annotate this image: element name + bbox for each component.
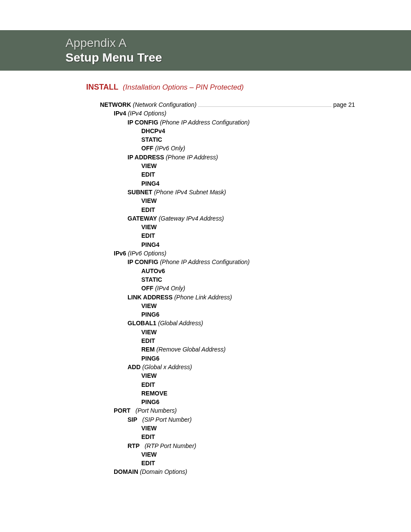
domain-desc: (Domain Options) — [140, 468, 187, 475]
ipv4-view3: VIEW — [100, 223, 355, 231]
port-desc: (Port Numbers) — [136, 407, 177, 414]
ipv6-rem: REM (Remove Global Address) — [100, 345, 355, 354]
ipv6-remove: REMOVE — [100, 389, 355, 398]
ipv6-ping6-1: PING6 — [100, 310, 355, 319]
port-edit2: EDIT — [100, 459, 355, 467]
leader-dots — [198, 106, 331, 107]
ipv4-row: IPv4 (IPv4 Options) — [100, 109, 355, 118]
ipv4-ping4-1: PING4 — [100, 179, 355, 188]
port-view1: VIEW — [100, 424, 355, 432]
port-view2: VIEW — [100, 450, 355, 459]
ipv4-edit3: EDIT — [100, 231, 355, 240]
ipv6-ping6-2: PING6 — [100, 354, 355, 363]
content-area: INSTALL (Installation Options – PIN Prot… — [0, 71, 411, 476]
ipv6-row: IPv6 (IPv6 Options) — [100, 249, 355, 258]
network-page-ref: page 21 — [333, 100, 355, 109]
ipv6-add: ADD (Global x Address) — [100, 363, 355, 371]
install-desc: (Installation Options – PIN Protected) — [123, 83, 244, 91]
ipv6-autov6: AUTOv6 — [100, 267, 355, 275]
ipv6-view2: VIEW — [100, 328, 355, 336]
ipv6-view1: VIEW — [100, 302, 355, 310]
ipv4-edit1: EDIT — [100, 170, 355, 179]
ipv6-edit2: EDIT — [100, 336, 355, 345]
ipv6-ping6-3: PING6 — [100, 398, 355, 406]
ipv4-static: STATIC — [100, 135, 355, 144]
banner-title: Setup Menu Tree — [65, 51, 411, 65]
network-desc: (Network Configuration) — [133, 101, 196, 108]
ipv6-label: IPv6 — [114, 250, 126, 257]
ipv6-ipconfig: IP CONFIG (Phone IP Address Configuratio… — [100, 258, 355, 266]
ipv4-view2: VIEW — [100, 196, 355, 205]
ipv6-desc: (IPv6 Options) — [128, 250, 166, 257]
domain-row: DOMAIN (Domain Options) — [100, 467, 355, 476]
ipv4-desc: (IPv4 Options) — [128, 110, 166, 117]
ipv6-view3: VIEW — [100, 371, 355, 380]
network-row: NETWORK (Network Configuration) page 21 — [100, 100, 355, 109]
port-sip: SIP (SIP Port Number) — [100, 415, 355, 424]
ipv4-ping4-2: PING4 — [100, 240, 355, 249]
ipv6-global1: GLOBAL1 (Global Address) — [100, 319, 355, 327]
port-label: PORT — [114, 407, 131, 414]
ipv4-ipconfig: IP CONFIG (Phone IP Address Configuratio… — [100, 118, 355, 127]
appendix-label: Appendix A — [65, 36, 411, 50]
network-label: NETWORK — [100, 101, 131, 108]
ipv6-edit3: EDIT — [100, 380, 355, 389]
ipv6-static: STATIC — [100, 275, 355, 284]
install-label: INSTALL — [86, 83, 118, 91]
page-banner: Appendix A Setup Menu Tree — [0, 30, 411, 71]
ipv4-dhcpv4: DHCPv4 — [100, 127, 355, 135]
port-edit1: EDIT — [100, 432, 355, 441]
domain-label: DOMAIN — [114, 468, 138, 475]
ipv4-subnet: SUBNET (Phone IPv4 Subnet Mask) — [100, 188, 355, 196]
port-row: PORT (Port Numbers) — [100, 406, 355, 415]
port-rtp: RTP (RTP Port Number) — [100, 442, 355, 450]
ipv4-label: IPv4 — [114, 110, 126, 117]
ipv4-ipaddress: IP ADDRESS (Phone IP Address) — [100, 153, 355, 162]
ipv4-gateway: GATEWAY (Gateway IPv4 Address) — [100, 214, 355, 223]
ipv4-view1: VIEW — [100, 162, 355, 170]
ipv6-linkaddress: LINK ADDRESS (Phone Link Address) — [100, 293, 355, 302]
menu-tree: NETWORK (Network Configuration) page 21 … — [86, 100, 355, 476]
install-heading: INSTALL (Installation Options – PIN Prot… — [86, 83, 355, 92]
ipv4-edit2: EDIT — [100, 205, 355, 214]
ipv6-off: OFF (IPv4 Only) — [100, 284, 355, 292]
ipv4-off: OFF (IPv6 Only) — [100, 144, 355, 152]
